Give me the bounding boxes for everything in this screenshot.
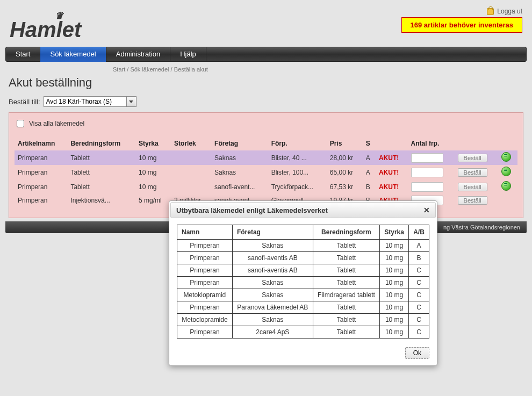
order-button[interactable]: Beställ (458, 196, 487, 205)
cell: 67,53 kr (327, 179, 363, 194)
orders-header (376, 138, 408, 150)
table-row: MetoklopramidSaknasFilmdragerad tablett1… (177, 289, 429, 301)
cell: C (409, 314, 429, 326)
cell: B (409, 252, 429, 264)
cell: Primperan (177, 252, 233, 264)
cell: 10 mg (135, 165, 171, 179)
cell: Primperan (15, 179, 67, 194)
cell: Filmdragerad tablett (313, 289, 379, 301)
cell (171, 150, 211, 165)
orders-header: Storlek (171, 138, 211, 150)
table-row[interactable]: PrimperanTablett10 mgSaknasBlister, 100.… (15, 165, 517, 179)
close-icon[interactable]: ✕ (423, 206, 430, 214)
cell: Tablett (313, 264, 379, 277)
breadcrumb: Start / Sök läkemedel / Beställa akut (5, 65, 527, 76)
cell: sanofi-avent... (211, 179, 268, 194)
cell: C (409, 289, 429, 301)
dialog-header: Beredningsform (313, 225, 379, 240)
nav-item-start[interactable]: Start (6, 47, 40, 62)
order-button[interactable]: Beställ (458, 168, 487, 177)
orders-header: Antal frp. (408, 138, 455, 150)
inventory-notice[interactable]: 169 artiklar behöver inventeras (401, 17, 523, 33)
cell: Paranova Läkemedel AB (232, 301, 313, 314)
cell: Tablett (67, 150, 135, 165)
chevron-down-icon (129, 99, 133, 104)
cell: Tablett (313, 277, 379, 289)
cell: C (409, 326, 429, 339)
orders-header (498, 138, 517, 150)
dialog-header: Företag (232, 225, 313, 240)
cell: Blister, 100... (268, 165, 327, 179)
nav-item-hjälp[interactable]: Hjälp (170, 47, 206, 62)
order-button[interactable]: Beställ (458, 183, 487, 191)
logo: ♛ Hamlet (10, 17, 81, 42)
table-row[interactable]: PrimperanTablett10 mgSaknasBlister, 40 .… (15, 150, 517, 165)
navbar: StartSök läkemedelAdministrationHjälp (5, 47, 527, 62)
orders-header: S (363, 138, 376, 150)
nav-item-administration[interactable]: Administration (106, 47, 170, 62)
cell (171, 179, 211, 194)
svg-marker-0 (129, 100, 133, 103)
cell: A (409, 240, 429, 252)
orders-header: Styrka (135, 138, 171, 150)
akut-flag: AKUT! (379, 169, 399, 176)
table-row: Primperan2care4 ApSTablett10 mgC (177, 326, 429, 339)
cell: Saknas (232, 240, 313, 252)
logout-link[interactable]: Logga ut (497, 8, 522, 15)
orders-header: Pris (327, 138, 363, 150)
cell: Saknas (232, 289, 313, 301)
cell: 10 mg (380, 301, 409, 314)
dialog-header: A/B (409, 225, 429, 240)
cell: Tryckförpack... (268, 179, 327, 194)
cell: Primperan (177, 326, 233, 339)
cell: 10 mg (380, 277, 409, 289)
cell: Primperan (177, 301, 233, 314)
dest-dropdown-button[interactable] (127, 96, 136, 107)
cell: Primperan (177, 264, 233, 277)
cell: 10 mg (380, 314, 409, 326)
status-dot-icon[interactable] (501, 181, 511, 191)
dialog-title: Utbytbara läkemedel enligt Läkemedelsver… (176, 206, 328, 214)
table-row[interactable]: PrimperanTablett10 mgsanofi-avent...Tryc… (15, 179, 517, 194)
cell: Saknas (232, 314, 313, 326)
order-button[interactable]: Beställ (458, 154, 487, 162)
cell: Tablett (313, 301, 379, 314)
quantity-input[interactable] (411, 182, 443, 192)
cell: Primperan (15, 165, 67, 179)
cell: sanofi-aventis AB (232, 252, 313, 264)
show-all-label: Visa alla läkemedel (29, 120, 84, 127)
cell: Saknas (211, 165, 268, 179)
cell: 28,00 kr (327, 150, 363, 165)
dest-label: Beställ till: (9, 98, 40, 106)
dest-select[interactable] (44, 96, 127, 107)
page-title: Akut beställning (9, 76, 523, 90)
cell: 10 mg (135, 179, 171, 194)
show-all-checkbox[interactable] (17, 120, 24, 127)
cell: Tablett (67, 179, 135, 194)
cell: Tablett (313, 252, 379, 264)
crown-icon: ♛ (55, 10, 63, 21)
ok-button[interactable]: Ok (405, 347, 429, 359)
orders-header: Företag (211, 138, 268, 150)
status-dot-icon[interactable] (501, 152, 511, 162)
cell: Injektionsvä... (67, 194, 135, 207)
cell: Primperan (177, 277, 233, 289)
cell: C (409, 301, 429, 314)
dialog-header: Styrka (380, 225, 409, 240)
cell: C (409, 277, 429, 289)
cell: B (363, 179, 376, 194)
cell (171, 165, 211, 179)
quantity-input[interactable] (411, 168, 443, 177)
cell: Tablett (313, 314, 379, 326)
cell: C (409, 264, 429, 277)
nav-item-sök-läkemedel[interactable]: Sök läkemedel (40, 47, 106, 62)
cell: 2care4 ApS (232, 326, 313, 339)
status-dot-icon[interactable] (501, 167, 511, 176)
substitutes-table: NamnFöretagBeredningsformStyrkaA/B Primp… (177, 225, 429, 339)
table-row: Primperansanofi-aventis ABTablett10 mgB (177, 252, 429, 264)
table-row: PrimperanParanova Läkemedel ABTablett10 … (177, 301, 429, 314)
cell: 10 mg (380, 326, 409, 339)
cell: Primperan (177, 240, 233, 252)
quantity-input[interactable] (411, 153, 443, 163)
akut-flag: AKUT! (379, 183, 399, 191)
